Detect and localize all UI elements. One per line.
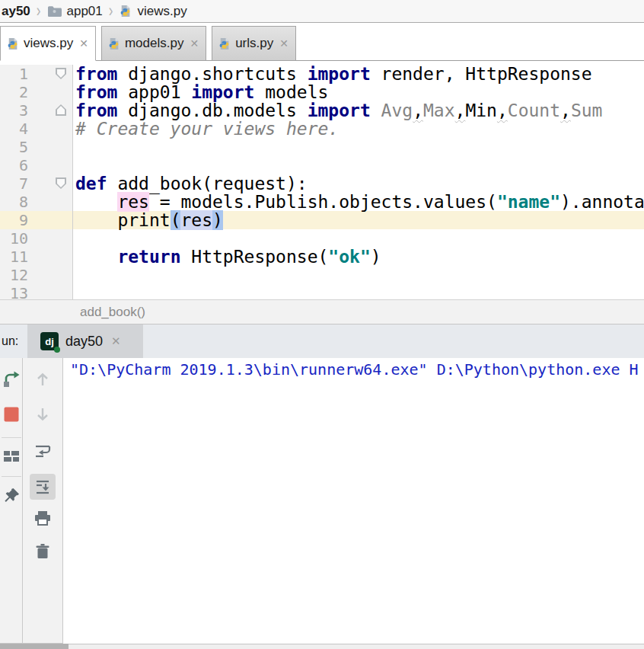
gutter[interactable]: 11 — [0, 248, 73, 266]
code-line-8: 8 res = models.Publish.objects.values("n… — [0, 193, 644, 211]
arrow-up-icon — [33, 370, 52, 388]
code-line-12: 12 — [0, 266, 644, 284]
close-icon[interactable]: ✕ — [111, 334, 121, 348]
code-text: print(res) — [73, 211, 223, 229]
gutter[interactable]: 2 — [0, 83, 73, 101]
pin-tab-button[interactable] — [2, 487, 21, 505]
code-line-7: 7def add_book(request): — [0, 174, 644, 193]
python-file-icon — [107, 37, 120, 50]
fold-marker-icon[interactable] — [56, 104, 66, 116]
code-line-2: 2from app01 import models — [0, 83, 644, 101]
close-icon[interactable]: ✕ — [190, 37, 199, 50]
run-tab-day50[interactable]: dj day50 ✕ — [27, 324, 143, 358]
breadcrumb-project[interactable]: ay50 — [2, 4, 30, 19]
line-number: 8 — [0, 193, 28, 211]
fold-marker-icon[interactable] — [56, 177, 66, 189]
scroll-to-end-icon — [33, 478, 52, 496]
soft-wrap-icon — [33, 442, 52, 460]
django-icon: dj — [40, 332, 59, 350]
pin-icon — [2, 487, 21, 505]
python-file-icon — [6, 37, 19, 50]
tab-views.py[interactable]: views.py✕ — [0, 26, 96, 61]
gutter[interactable]: 7 — [0, 174, 73, 193]
line-number: 4 — [0, 120, 28, 138]
gutter[interactable]: 12 — [0, 266, 73, 284]
line-number: 10 — [0, 229, 28, 248]
rerun-icon — [2, 370, 21, 388]
console-command-line: "D:\PyCharm 2019.1.3\bin\runnerw64.exe" … — [70, 360, 644, 379]
gutter[interactable]: 9 — [0, 211, 73, 229]
context-function[interactable]: add_book() — [80, 305, 145, 320]
rerun-button[interactable] — [2, 370, 21, 388]
line-number: 13 — [0, 284, 28, 299]
python-file-icon — [119, 5, 132, 18]
code-line-4: 4# Create your views here. — [0, 120, 644, 138]
tab-models.py[interactable]: models.py✕ — [101, 26, 206, 61]
bottom-strip — [0, 644, 644, 649]
close-icon[interactable]: ✕ — [279, 37, 289, 50]
code-line-6: 6 — [0, 156, 644, 174]
run-panel-label: un: — [0, 334, 27, 348]
running-indicator-dot — [54, 347, 60, 353]
gutter[interactable]: 1 — [0, 65, 73, 83]
breadcrumb: ay50 › app01 › views.py — [0, 0, 644, 23]
code-text — [73, 266, 75, 284]
breadcrumb-folder[interactable]: app01 — [67, 4, 103, 19]
console-toolbar — [23, 358, 63, 644]
line-number: 9 — [0, 211, 28, 229]
python-file-icon — [218, 37, 231, 50]
code-line-10: 10 — [0, 229, 644, 248]
line-number: 2 — [0, 83, 28, 101]
fold-marker-icon[interactable] — [56, 68, 66, 79]
context-bar: add_book() — [0, 299, 644, 324]
folder-icon — [47, 5, 62, 18]
code-text — [73, 284, 75, 299]
line-number: 7 — [0, 174, 28, 193]
gutter[interactable]: 10 — [0, 229, 73, 248]
stop-button[interactable] — [2, 405, 21, 424]
code-line-13: 13 — [0, 284, 644, 299]
print-icon — [33, 509, 52, 527]
code-text: return HttpResponse("ok") — [73, 248, 381, 266]
code-text: res = models.Publish.objects.values("nam… — [73, 193, 644, 211]
close-icon[interactable]: ✕ — [79, 37, 88, 50]
print-button[interactable] — [33, 509, 52, 527]
line-number: 11 — [0, 248, 28, 266]
code-text: from django.shortcuts import render, Htt… — [73, 65, 592, 83]
toolbar-divider — [2, 476, 21, 477]
gutter[interactable]: 13 — [0, 284, 73, 299]
run-toolbar — [0, 358, 23, 644]
code-editor[interactable]: 1from django.shortcuts import render, Ht… — [0, 61, 644, 299]
line-number: 3 — [0, 101, 28, 120]
code-line-3: 3from django.db.models import Avg,Max,Mi… — [0, 101, 644, 120]
scrollbar-thumb[interactable] — [0, 644, 69, 649]
tab-urls.py[interactable]: urls.py✕ — [212, 26, 296, 61]
code-text — [73, 156, 75, 174]
delete-icon — [33, 542, 52, 561]
restore-layout-button[interactable] — [2, 447, 21, 465]
clear-console-button[interactable] — [33, 542, 52, 561]
pycharm-window: ay50 › app01 › views.py views.py✕ models… — [0, 0, 644, 649]
gutter[interactable]: 4 — [0, 120, 73, 138]
code-text: from django.db.models import Avg,Max,Min… — [73, 101, 602, 120]
soft-wrap-button[interactable] — [33, 442, 52, 460]
code-text: def add_book(request): — [73, 174, 308, 193]
breadcrumb-file[interactable]: views.py — [137, 4, 187, 19]
arrow-down-icon — [33, 405, 52, 424]
scrollbar-track[interactable] — [69, 644, 644, 649]
gutter[interactable]: 8 — [0, 193, 73, 211]
code-line-1: 1from django.shortcuts import render, Ht… — [0, 65, 644, 83]
restore-layout-icon — [2, 447, 21, 465]
gutter[interactable]: 3 — [0, 101, 73, 120]
gutter[interactable]: 5 — [0, 138, 73, 156]
down-stack-trace-button[interactable] — [33, 405, 52, 424]
breadcrumb-file-icon-slot — [119, 5, 132, 18]
code-lines: 1from django.shortcuts import render, Ht… — [0, 65, 644, 299]
gutter[interactable]: 6 — [0, 156, 73, 174]
line-number: 5 — [0, 138, 28, 156]
tab-label: models.py — [125, 36, 183, 51]
tab-label: views.py — [24, 36, 73, 51]
up-stack-trace-button[interactable] — [33, 370, 52, 388]
console-output[interactable]: "D:\PyCharm 2019.1.3\bin\runnerw64.exe" … — [63, 358, 644, 644]
scroll-to-end-button[interactable] — [30, 474, 56, 500]
